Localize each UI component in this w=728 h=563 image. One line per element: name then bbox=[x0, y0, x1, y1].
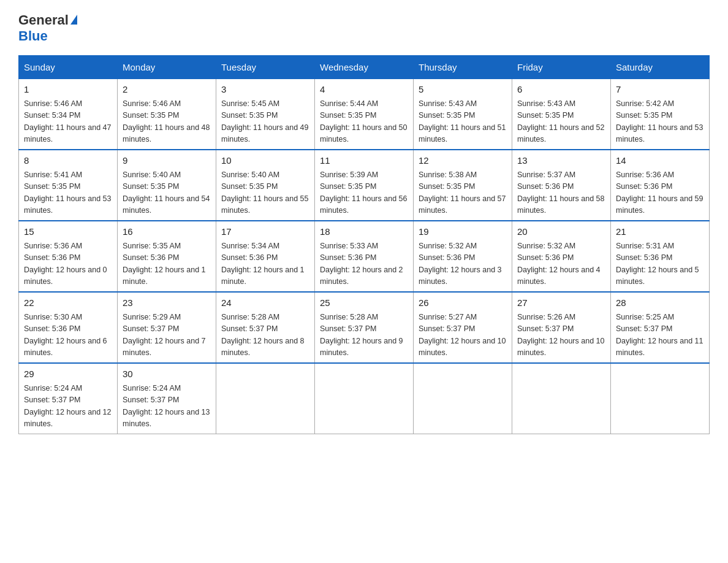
calendar-cell bbox=[414, 363, 512, 434]
calendar-cell: 17Sunrise: 5:34 AMSunset: 5:36 PMDayligh… bbox=[216, 221, 315, 292]
calendar-cell: 11Sunrise: 5:39 AMSunset: 5:35 PMDayligh… bbox=[315, 150, 414, 221]
logo-blue: Blue bbox=[18, 28, 48, 44]
calendar-cell: 14Sunrise: 5:36 AMSunset: 5:36 PMDayligh… bbox=[611, 150, 710, 221]
calendar-cell: 6Sunrise: 5:43 AMSunset: 5:35 PMDaylight… bbox=[512, 79, 611, 150]
week-row-4: 22Sunrise: 5:30 AMSunset: 5:36 PMDayligh… bbox=[19, 292, 710, 363]
day-number: 5 bbox=[419, 83, 507, 97]
day-number: 23 bbox=[123, 296, 211, 310]
day-number: 26 bbox=[419, 296, 507, 310]
day-number: 3 bbox=[221, 83, 309, 97]
calendar-cell: 10Sunrise: 5:40 AMSunset: 5:35 PMDayligh… bbox=[216, 150, 315, 221]
day-info: Sunrise: 5:39 AMSunset: 5:35 PMDaylight:… bbox=[320, 169, 408, 217]
weekday-header-thursday: Thursday bbox=[414, 56, 512, 79]
week-row-1: 1Sunrise: 5:46 AMSunset: 5:34 PMDaylight… bbox=[19, 79, 710, 150]
logo: General Blue bbox=[18, 12, 77, 44]
day-number: 12 bbox=[419, 154, 507, 168]
day-info: Sunrise: 5:40 AMSunset: 5:35 PMDaylight:… bbox=[123, 169, 211, 217]
weekday-header-saturday: Saturday bbox=[611, 56, 710, 79]
day-number: 15 bbox=[24, 225, 112, 239]
day-info: Sunrise: 5:32 AMSunset: 5:36 PMDaylight:… bbox=[517, 240, 605, 288]
day-info: Sunrise: 5:46 AMSunset: 5:34 PMDaylight:… bbox=[24, 98, 112, 146]
day-info: Sunrise: 5:43 AMSunset: 5:35 PMDaylight:… bbox=[419, 98, 507, 146]
calendar-cell bbox=[216, 363, 315, 434]
day-info: Sunrise: 5:30 AMSunset: 5:36 PMDaylight:… bbox=[24, 312, 112, 359]
calendar-cell: 29Sunrise: 5:24 AMSunset: 5:37 PMDayligh… bbox=[19, 363, 118, 434]
day-number: 9 bbox=[123, 154, 211, 168]
day-info: Sunrise: 5:32 AMSunset: 5:36 PMDaylight:… bbox=[419, 240, 507, 288]
calendar-cell: 1Sunrise: 5:46 AMSunset: 5:34 PMDaylight… bbox=[19, 79, 118, 150]
day-info: Sunrise: 5:29 AMSunset: 5:37 PMDaylight:… bbox=[123, 312, 211, 359]
day-info: Sunrise: 5:37 AMSunset: 5:36 PMDaylight:… bbox=[517, 169, 605, 217]
day-info: Sunrise: 5:38 AMSunset: 5:35 PMDaylight:… bbox=[419, 169, 507, 217]
day-number: 8 bbox=[24, 154, 112, 168]
week-row-5: 29Sunrise: 5:24 AMSunset: 5:37 PMDayligh… bbox=[19, 363, 710, 434]
calendar-cell: 23Sunrise: 5:29 AMSunset: 5:37 PMDayligh… bbox=[118, 292, 216, 363]
calendar-cell: 2Sunrise: 5:46 AMSunset: 5:35 PMDaylight… bbox=[118, 79, 216, 150]
day-info: Sunrise: 5:24 AMSunset: 5:37 PMDaylight:… bbox=[24, 383, 112, 431]
day-info: Sunrise: 5:36 AMSunset: 5:36 PMDaylight:… bbox=[616, 169, 704, 217]
day-number: 21 bbox=[616, 225, 704, 239]
calendar-cell: 12Sunrise: 5:38 AMSunset: 5:35 PMDayligh… bbox=[414, 150, 512, 221]
day-info: Sunrise: 5:46 AMSunset: 5:35 PMDaylight:… bbox=[123, 98, 211, 146]
day-info: Sunrise: 5:40 AMSunset: 5:35 PMDaylight:… bbox=[221, 169, 309, 217]
calendar-cell: 18Sunrise: 5:33 AMSunset: 5:36 PMDayligh… bbox=[315, 221, 414, 292]
calendar-cell: 13Sunrise: 5:37 AMSunset: 5:36 PMDayligh… bbox=[512, 150, 611, 221]
day-info: Sunrise: 5:42 AMSunset: 5:35 PMDaylight:… bbox=[616, 98, 704, 146]
calendar-cell: 3Sunrise: 5:45 AMSunset: 5:35 PMDaylight… bbox=[216, 79, 315, 150]
calendar-cell: 19Sunrise: 5:32 AMSunset: 5:36 PMDayligh… bbox=[414, 221, 512, 292]
week-row-2: 8Sunrise: 5:41 AMSunset: 5:35 PMDaylight… bbox=[19, 150, 710, 221]
calendar-cell: 24Sunrise: 5:28 AMSunset: 5:37 PMDayligh… bbox=[216, 292, 315, 363]
weekday-header-monday: Monday bbox=[118, 56, 216, 79]
day-info: Sunrise: 5:26 AMSunset: 5:37 PMDaylight:… bbox=[517, 312, 605, 359]
day-number: 25 bbox=[320, 296, 408, 310]
calendar-cell: 28Sunrise: 5:25 AMSunset: 5:37 PMDayligh… bbox=[611, 292, 710, 363]
day-number: 16 bbox=[123, 225, 211, 239]
day-info: Sunrise: 5:35 AMSunset: 5:36 PMDaylight:… bbox=[123, 240, 211, 288]
calendar-cell: 7Sunrise: 5:42 AMSunset: 5:35 PMDaylight… bbox=[611, 79, 710, 150]
day-info: Sunrise: 5:33 AMSunset: 5:36 PMDaylight:… bbox=[320, 240, 408, 288]
day-number: 20 bbox=[517, 225, 605, 239]
day-info: Sunrise: 5:45 AMSunset: 5:35 PMDaylight:… bbox=[221, 98, 309, 146]
day-number: 28 bbox=[616, 296, 704, 310]
calendar-cell: 30Sunrise: 5:24 AMSunset: 5:37 PMDayligh… bbox=[118, 363, 216, 434]
calendar-cell: 21Sunrise: 5:31 AMSunset: 5:36 PMDayligh… bbox=[611, 221, 710, 292]
calendar-cell: 27Sunrise: 5:26 AMSunset: 5:37 PMDayligh… bbox=[512, 292, 611, 363]
day-number: 19 bbox=[419, 225, 507, 239]
day-number: 18 bbox=[320, 225, 408, 239]
weekday-header-friday: Friday bbox=[512, 56, 611, 79]
logo-general: General bbox=[18, 12, 69, 28]
calendar-table: SundayMondayTuesdayWednesdayThursdayFrid… bbox=[18, 55, 710, 434]
day-info: Sunrise: 5:31 AMSunset: 5:36 PMDaylight:… bbox=[616, 240, 704, 288]
day-info: Sunrise: 5:27 AMSunset: 5:37 PMDaylight:… bbox=[419, 312, 507, 359]
calendar-cell: 16Sunrise: 5:35 AMSunset: 5:36 PMDayligh… bbox=[118, 221, 216, 292]
calendar-cell bbox=[315, 363, 414, 434]
calendar-cell: 8Sunrise: 5:41 AMSunset: 5:35 PMDaylight… bbox=[19, 150, 118, 221]
calendar-cell bbox=[611, 363, 710, 434]
day-info: Sunrise: 5:36 AMSunset: 5:36 PMDaylight:… bbox=[24, 240, 112, 288]
day-number: 4 bbox=[320, 83, 408, 97]
day-info: Sunrise: 5:25 AMSunset: 5:37 PMDaylight:… bbox=[616, 312, 704, 359]
day-number: 22 bbox=[24, 296, 112, 310]
day-info: Sunrise: 5:28 AMSunset: 5:37 PMDaylight:… bbox=[320, 312, 408, 359]
logo-arrow-icon bbox=[70, 15, 77, 25]
day-number: 6 bbox=[517, 83, 605, 97]
week-row-3: 15Sunrise: 5:36 AMSunset: 5:36 PMDayligh… bbox=[19, 221, 710, 292]
calendar-cell: 4Sunrise: 5:44 AMSunset: 5:35 PMDaylight… bbox=[315, 79, 414, 150]
calendar-cell: 22Sunrise: 5:30 AMSunset: 5:36 PMDayligh… bbox=[19, 292, 118, 363]
day-number: 14 bbox=[616, 154, 704, 168]
day-number: 7 bbox=[616, 83, 704, 97]
day-info: Sunrise: 5:44 AMSunset: 5:35 PMDaylight:… bbox=[320, 98, 408, 146]
day-info: Sunrise: 5:28 AMSunset: 5:37 PMDaylight:… bbox=[221, 312, 309, 359]
day-info: Sunrise: 5:43 AMSunset: 5:35 PMDaylight:… bbox=[517, 98, 605, 146]
calendar-cell: 26Sunrise: 5:27 AMSunset: 5:37 PMDayligh… bbox=[414, 292, 512, 363]
day-number: 10 bbox=[221, 154, 309, 168]
day-number: 17 bbox=[221, 225, 309, 239]
day-number: 24 bbox=[221, 296, 309, 310]
day-number: 29 bbox=[24, 367, 112, 381]
header: General Blue bbox=[18, 12, 710, 44]
day-number: 13 bbox=[517, 154, 605, 168]
calendar-cell: 20Sunrise: 5:32 AMSunset: 5:36 PMDayligh… bbox=[512, 221, 611, 292]
weekday-header-sunday: Sunday bbox=[19, 56, 118, 79]
calendar-cell: 5Sunrise: 5:43 AMSunset: 5:35 PMDaylight… bbox=[414, 79, 512, 150]
day-number: 30 bbox=[123, 367, 211, 381]
